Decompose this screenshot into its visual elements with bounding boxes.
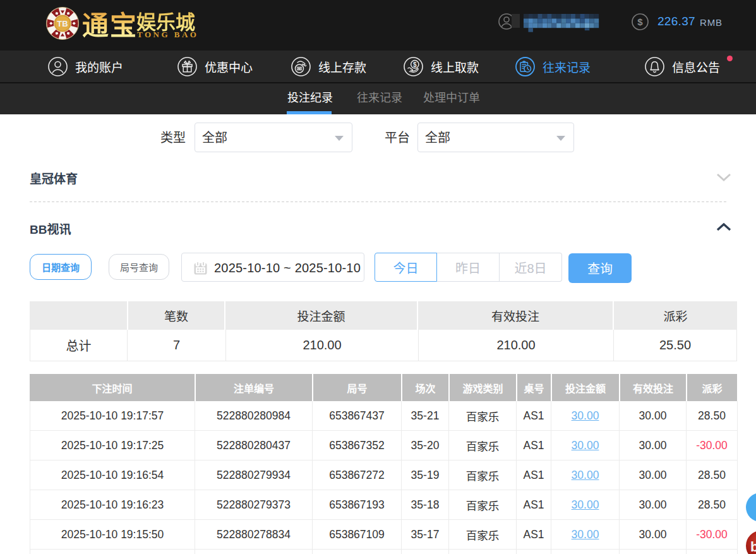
- svg-text:$: $: [637, 16, 643, 27]
- svg-text:TB: TB: [57, 19, 68, 28]
- svg-text:$: $: [413, 61, 417, 68]
